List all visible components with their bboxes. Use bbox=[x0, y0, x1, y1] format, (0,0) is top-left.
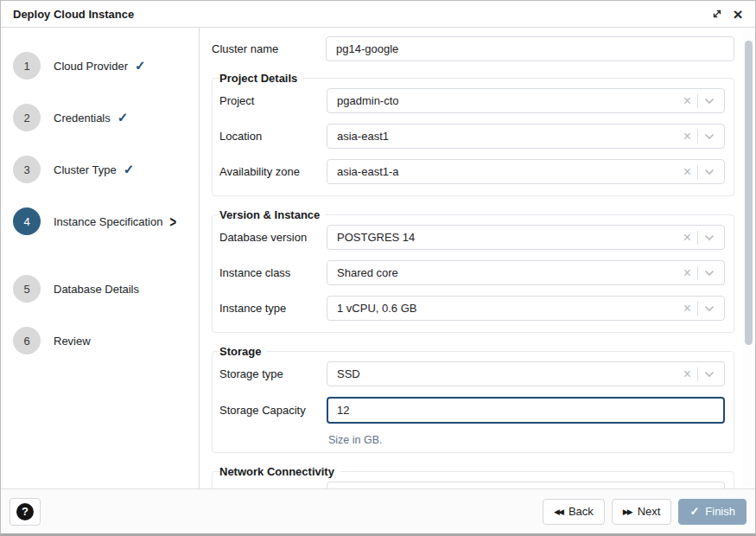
chevron-down-icon[interactable] bbox=[704, 367, 715, 380]
project-label: Project bbox=[219, 94, 327, 107]
step-review[interactable]: 6 Review bbox=[1, 315, 199, 367]
availability-zone-select[interactable]: asia-east1-a × bbox=[327, 159, 725, 184]
clear-icon[interactable]: × bbox=[683, 367, 691, 381]
finish-check-icon: ✓ bbox=[689, 505, 699, 518]
chevron-down-icon[interactable] bbox=[704, 231, 715, 244]
dialog-footer: ? ◀◀ Back ▶▶ Next ✓ Finish bbox=[1, 488, 755, 533]
network-connectivity-legend: Network Connectivity bbox=[219, 465, 340, 478]
storage-type-label: Storage type bbox=[219, 367, 327, 380]
step-number-badge: 4 bbox=[13, 207, 41, 235]
step-label: Credentials bbox=[54, 112, 111, 124]
step-number-badge: 6 bbox=[13, 327, 41, 354]
chevron-down-icon[interactable] bbox=[704, 302, 715, 315]
step-done-check-icon: ✓ bbox=[135, 58, 146, 73]
storage-section: Storage Storage type SSD × Storage Capac… bbox=[212, 345, 734, 453]
step-label: Database Details bbox=[54, 283, 139, 296]
storage-type-select[interactable]: SSD × bbox=[327, 361, 725, 386]
network-field-input[interactable] bbox=[327, 482, 725, 488]
project-select[interactable]: pgadmin-cto × bbox=[327, 88, 725, 113]
close-icon[interactable]: × bbox=[727, 3, 748, 24]
project-details-section: Project Details Project pgadmin-cto × Lo… bbox=[212, 72, 734, 196]
clear-icon[interactable]: × bbox=[683, 94, 691, 108]
cluster-name-label: Cluster name bbox=[212, 42, 326, 55]
location-select[interactable]: asia-east1 × bbox=[327, 124, 725, 149]
step-number-badge: 5 bbox=[13, 275, 41, 303]
clear-icon[interactable]: × bbox=[683, 302, 691, 316]
step-number-badge: 1 bbox=[13, 52, 41, 80]
step-database-details[interactable]: 5 Database Details bbox=[1, 263, 199, 315]
chevron-down-icon[interactable] bbox=[704, 165, 715, 178]
step-done-check-icon: ✓ bbox=[118, 110, 129, 125]
instance-specification-form: Cluster name pg14-google Project Details… bbox=[200, 28, 755, 488]
step-cloud-provider[interactable]: 1 Cloud Provider ✓ bbox=[1, 40, 199, 92]
version-instance-section: Version & Instance Database version POST… bbox=[212, 208, 734, 333]
clear-icon[interactable]: × bbox=[683, 165, 691, 179]
step-label: Review bbox=[54, 335, 91, 348]
step-done-check-icon: ✓ bbox=[124, 162, 135, 177]
step-cluster-type[interactable]: 3 Cluster Type ✓ bbox=[1, 144, 199, 195]
help-icon: ? bbox=[16, 503, 34, 520]
version-instance-legend: Version & Instance bbox=[219, 208, 325, 221]
step-active-chevron-icon: > bbox=[169, 213, 176, 230]
cluster-name-input[interactable]: pg14-google bbox=[326, 36, 734, 61]
back-button[interactable]: ◀◀ Back bbox=[543, 499, 605, 525]
form-scrollbar bbox=[742, 28, 755, 488]
finish-button[interactable]: ✓ Finish bbox=[678, 499, 746, 525]
step-credentials[interactable]: 2 Credentials ✓ bbox=[1, 92, 199, 144]
wizard-steps-panel: 1 Cloud Provider ✓ 2 Credentials ✓ 3 Clu… bbox=[1, 28, 200, 488]
storage-capacity-helper-text: Size in GB. bbox=[327, 434, 725, 446]
network-connectivity-section: Network Connectivity bbox=[212, 465, 734, 488]
chevron-down-icon[interactable] bbox=[704, 266, 715, 279]
chevron-down-icon[interactable] bbox=[704, 94, 715, 107]
availability-zone-label: Availability zone bbox=[219, 165, 327, 178]
instance-type-select[interactable]: 1 vCPU, 0.6 GB × bbox=[327, 296, 725, 321]
help-button[interactable]: ? bbox=[10, 498, 41, 526]
step-label: Cloud Provider bbox=[54, 60, 128, 73]
next-arrows-icon: ▶▶ bbox=[623, 507, 632, 516]
storage-legend: Storage bbox=[219, 345, 266, 358]
step-label: Instance Specification bbox=[54, 215, 162, 228]
chevron-down-icon[interactable] bbox=[704, 130, 715, 143]
clear-icon[interactable]: × bbox=[683, 130, 691, 144]
step-instance-specification[interactable]: 4 Instance Specification > bbox=[1, 195, 199, 247]
step-number-badge: 2 bbox=[13, 104, 41, 131]
scrollbar-thumb[interactable] bbox=[745, 41, 753, 345]
storage-capacity-input[interactable] bbox=[327, 397, 725, 424]
instance-class-label: Instance class bbox=[219, 266, 327, 279]
location-label: Location bbox=[219, 130, 327, 143]
dialog-body: 1 Cloud Provider ✓ 2 Credentials ✓ 3 Clu… bbox=[1, 28, 755, 488]
storage-capacity-label: Storage Capacity bbox=[219, 404, 327, 417]
step-number-badge: 3 bbox=[13, 156, 41, 183]
dialog-titlebar: Deploy Cloud Instance × bbox=[1, 1, 755, 28]
maximize-icon[interactable] bbox=[707, 3, 727, 24]
next-button[interactable]: ▶▶ Next bbox=[612, 499, 672, 525]
dialog-title: Deploy Cloud Instance bbox=[13, 8, 707, 21]
clear-icon[interactable]: × bbox=[683, 231, 691, 245]
project-details-legend: Project Details bbox=[219, 72, 302, 85]
instance-class-select[interactable]: Shared core × bbox=[327, 260, 725, 285]
clear-icon[interactable]: × bbox=[683, 266, 691, 280]
instance-type-label: Instance type bbox=[219, 302, 327, 315]
step-label: Cluster Type bbox=[54, 163, 117, 176]
back-arrows-icon: ◀◀ bbox=[554, 507, 562, 516]
database-version-select[interactable]: POSTGRES 14 × bbox=[327, 225, 725, 250]
database-version-label: Database version bbox=[219, 231, 327, 244]
deploy-cloud-instance-dialog: Deploy Cloud Instance × 1 Cloud Provider… bbox=[0, 0, 756, 536]
